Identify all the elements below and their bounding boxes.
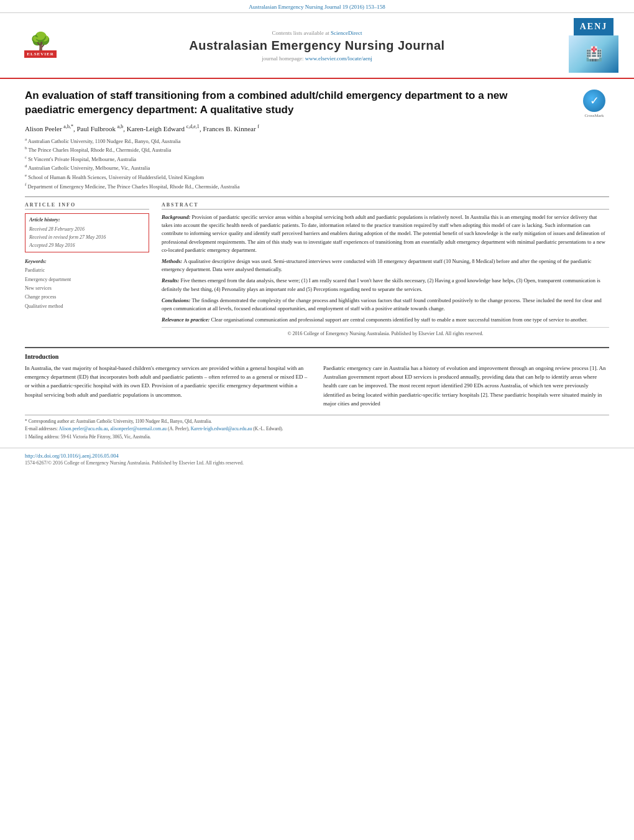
keyword-change-process: Change process <box>25 293 149 302</box>
intro-left-text: In Australia, the vast majority of hospi… <box>25 364 311 400</box>
abstract-label: ABSTRACT <box>162 202 609 210</box>
article-info-column: ARTICLE INFO Article history: Received 2… <box>25 202 149 338</box>
keywords-section: Keywords: Paediatric Emergency departmen… <box>25 259 149 311</box>
bottom-bar: http://dx.doi.org/10.1016/j.aenj.2016.05… <box>0 448 634 469</box>
doi-link[interactable]: http://dx.doi.org/10.1016/j.aenj.2016.05… <box>25 453 119 459</box>
email1-link[interactable]: Alison.peeler@acu.edu.au <box>59 426 108 432</box>
affil-b: b The Prince Charles Hospital, Rhode Rd.… <box>25 145 609 154</box>
abstract-column: ABSTRACT Background: Provision of paedia… <box>162 202 609 338</box>
email-note: (A. Peeler), <box>168 426 190 432</box>
affil-d: d Australian Catholic University, Melbou… <box>25 163 609 172</box>
authors-line: Alison Peeler a,b,*, Paul Fulbrook a,b, … <box>25 124 609 132</box>
homepage-prefix: journal homepage: <box>262 55 305 62</box>
aenj-label: AENJ <box>574 18 614 35</box>
journal-citation-bar: Australasian Emergency Nursing Journal 1… <box>0 0 634 13</box>
email-note2: (K.-L. Edward). <box>253 426 283 432</box>
article-dates-box: Article history: Received 28 February 20… <box>25 213 149 252</box>
journal-citation: Australasian Emergency Nursing Journal 1… <box>249 4 385 10</box>
intro-col-right: Paediatric emergency care in Australia h… <box>323 364 609 408</box>
crossmark-label: CrossMark <box>584 113 604 118</box>
elsevier-tree-icon: 🌳 <box>30 33 52 50</box>
elsevier-logo: 🌳 ELSEVIER <box>12 33 68 58</box>
corresponding-author-text: * Corresponding author at: Australian Ca… <box>25 418 212 424</box>
keyword-emergency-dept: Emergency department <box>25 275 149 284</box>
intro-right-text: Paediatric emergency care in Australia h… <box>323 364 609 408</box>
affiliations: a Australian Catholic University, 1100 N… <box>25 136 609 190</box>
sciencedirect-line: Contents lists available at ScienceDirec… <box>81 30 553 36</box>
date-received: Received 28 February 2016 <box>29 226 145 234</box>
abstract-text: Background: Provision of paediatric spec… <box>162 213 609 338</box>
article-history-section: Article history: Received 28 February 20… <box>25 213 149 252</box>
elsevier-label: ELSEVIER <box>24 50 56 58</box>
authors-text: Alison Peeler a,b,*, Paul Fulbrook a,b, … <box>25 125 259 132</box>
bottom-copyright: 1574-6267/© 2016 College of Emergency Nu… <box>25 460 609 466</box>
email3-link[interactable]: Karen-leigh.edward@acu.edu.au <box>191 426 252 432</box>
homepage-link[interactable]: www.elsevier.com/locate/aenj <box>305 55 372 62</box>
abstract-background: Background: Provision of paediatric spec… <box>162 213 609 254</box>
article-divider <box>25 196 609 197</box>
sciencedirect-link[interactable]: ScienceDirect <box>331 30 362 36</box>
intro-col-left: In Australia, the vast majority of hospi… <box>25 364 311 408</box>
affil-f: f Department of Emergency Medicine, The … <box>25 182 609 191</box>
article-info-abstract-row: ARTICLE INFO Article history: Received 2… <box>25 202 609 338</box>
history-title: Article history: <box>29 216 145 224</box>
journal-title: Australasian Emergency Nursing Journal <box>81 39 553 53</box>
affil-a: a Australian Catholic University, 1100 N… <box>25 136 609 145</box>
article-title-row: An evaluation of staff transitioning fro… <box>25 89 609 119</box>
abstract-results: Results: Five themes emerged from the da… <box>162 277 609 293</box>
email2-link[interactable]: alisonpeeler@ozemail.com.au <box>111 426 167 432</box>
email-label: E-mail addresses: <box>25 426 58 432</box>
sciencedirect-prefix: Contents lists available at <box>272 30 331 36</box>
abstract-methods: Methods: A qualitative descriptive desig… <box>162 257 609 274</box>
abstract-conclusions: Conclusions: The findings demonstrated t… <box>162 297 609 313</box>
keywords-list: Paediatric Emergency department New serv… <box>25 266 149 311</box>
date-revised: Received in revised form 27 May 2016 <box>29 234 145 242</box>
keyword-paediatric: Paediatric <box>25 266 149 275</box>
footnotes: * Corresponding author at: Australian Ca… <box>25 415 609 441</box>
keyword-qualitative: Qualitative method <box>25 302 149 311</box>
journal-header: 🌳 ELSEVIER Contents lists available at S… <box>0 13 634 79</box>
keyword-new-services: New services <box>25 284 149 293</box>
abstract-copyright: © 2016 College of Emergency Nursing Aust… <box>162 327 609 338</box>
article-title: An evaluation of staff transitioning fro… <box>25 89 535 118</box>
mailing-address-note: 1 Mailing address: 59-61 Victoria Pde Fi… <box>25 433 609 441</box>
introduction-section: Introduction In Australia, the vast majo… <box>25 347 609 408</box>
abstract-relevance: Relevance to practice: Clear organisatio… <box>162 316 609 324</box>
crossmark-icon: ✓ <box>583 90 605 112</box>
keywords-title: Keywords: <box>25 259 149 264</box>
corresponding-author-note: * Corresponding author at: Australian Ca… <box>25 418 609 426</box>
affil-c: c St Vincent's Private Hospital, Melbour… <box>25 154 609 164</box>
article-info-label: ARTICLE INFO <box>25 202 149 210</box>
date-accepted: Accepted 29 May 2016 <box>29 242 145 250</box>
journal-homepage-line: journal homepage: www.elsevier.com/locat… <box>81 55 553 62</box>
aenj-logo: AENJ 🏥 <box>566 18 622 73</box>
article-content: An evaluation of staff transitioning fro… <box>0 79 634 441</box>
affil-e: e School of Human & Health Sciences, Uni… <box>25 172 609 182</box>
email-addresses-line: E-mail addresses: Alison.peeler@acu.edu.… <box>25 425 609 433</box>
journal-center: Contents lists available at ScienceDirec… <box>68 30 566 62</box>
page: Australasian Emergency Nursing Journal 1… <box>0 0 634 840</box>
crossmark-badge[interactable]: ✓ CrossMark <box>579 89 609 119</box>
doi-line: http://dx.doi.org/10.1016/j.aenj.2016.05… <box>25 452 609 459</box>
aenj-journal-cover: 🏥 <box>569 35 618 73</box>
introduction-heading: Introduction <box>25 353 609 360</box>
introduction-columns: In Australia, the vast majority of hospi… <box>25 364 609 408</box>
